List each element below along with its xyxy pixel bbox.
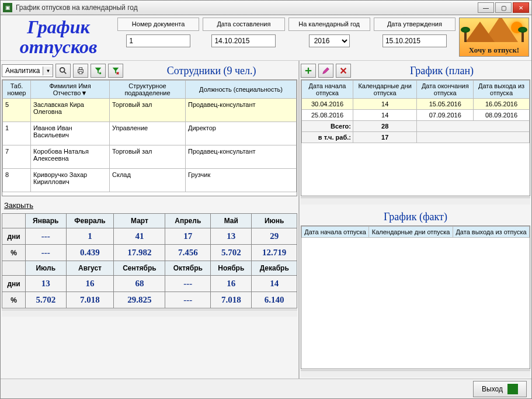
table-row[interactable]: 1 Иванов Иван Васильевич Управление Дире… (3, 122, 297, 145)
maximize-button[interactable]: ▢ (495, 2, 512, 13)
filter-clear-button[interactable] (108, 64, 123, 78)
add-button[interactable] (301, 64, 316, 78)
horizontal-scrollbar[interactable] (2, 310, 297, 317)
calendar-year-select[interactable]: 2016 (309, 34, 350, 47)
col-dept[interactable]: Структурное подразделение (110, 81, 186, 99)
col-plan-end[interactable]: Дата окончания отпуска (417, 81, 474, 99)
col-fio[interactable]: Фимилия Имя Отчество▼ (31, 81, 110, 99)
close-link[interactable]: Закрыть (4, 201, 297, 210)
plus-icon (304, 67, 312, 75)
date-approved-label: Дата утверждения (374, 18, 455, 31)
pyramid-icon (465, 22, 495, 42)
print-icon (77, 67, 85, 75)
col-position[interactable]: Должность (специальность) (186, 81, 297, 99)
doc-number-input[interactable] (126, 34, 190, 47)
summary-row: в т.ч. раб.: 17 (302, 132, 530, 143)
header-band: График отпусков Номер документа Дата сос… (1, 15, 531, 61)
minimize-button[interactable]: — (478, 2, 494, 13)
chevron-down-icon: ▼ (43, 67, 53, 75)
col-fact-days[interactable]: Календарные дни отпуска (369, 227, 453, 238)
exit-button[interactable]: Выход (473, 381, 527, 397)
delete-button[interactable] (336, 64, 351, 78)
palm-icon (521, 30, 524, 42)
svg-rect-3 (79, 68, 82, 70)
doc-number-label: Номер документа (117, 18, 199, 31)
print-button[interactable] (73, 64, 88, 78)
sort-desc-icon: ▼ (81, 89, 87, 96)
promo-text: Хочу в отпуск! (460, 46, 528, 55)
month-stats-table: Январь Февраль Март Апрель Май Июнь дни … (2, 213, 297, 308)
table-row[interactable]: 5 Заславская Кира Олеговна Торговый зал … (3, 99, 297, 122)
employees-grid[interactable]: Таб. номер Фимилия Имя Отчество▼ Структу… (2, 79, 297, 196)
edit-button[interactable] (318, 64, 333, 78)
employees-title: Сотрудники (9 чел.) (126, 65, 297, 77)
svg-line-1 (64, 72, 67, 74)
close-window-button[interactable]: ✕ (513, 2, 529, 13)
search-button[interactable] (55, 64, 71, 78)
col-fact-exit[interactable]: Дата выхода из отпуска (453, 227, 529, 238)
analytics-label: Аналитика (2, 65, 43, 77)
plan-grid[interactable]: Дата начала отпуска Календарные дни отпу… (301, 79, 530, 196)
filter-clear-icon (112, 67, 120, 75)
col-tab-number[interactable]: Таб. номер (3, 81, 31, 99)
window-titlebar: ▣ График отпусков на календарный год — ▢… (0, 0, 532, 15)
col-fact-start[interactable]: Дата начала отпуска (302, 227, 369, 238)
col-plan-start[interactable]: Дата начала отпуска (302, 81, 353, 99)
fact-title: График (факт) (301, 211, 530, 223)
date-created-input[interactable] (211, 34, 276, 47)
filter-add-button[interactable] (91, 64, 106, 78)
employees-pane: Аналитика ▼ Сотрудники (9 чел.) Таб. ном… (1, 61, 300, 379)
col-plan-exit[interactable]: Дата выхода из отпуска (474, 81, 530, 99)
table-row[interactable]: 30.04.2016 14 15.05.2016 16.05.2016 (302, 99, 530, 110)
horizontal-scrollbar[interactable] (301, 370, 530, 377)
search-icon (59, 67, 67, 75)
plan-title: График (план) (353, 65, 530, 77)
window-title: График отпусков на календарный год (16, 4, 478, 12)
palm-icon (464, 30, 467, 42)
svg-rect-4 (79, 72, 82, 74)
col-plan-days[interactable]: Календарные дни отпуска (353, 81, 416, 99)
exit-icon (507, 384, 518, 394)
calendar-year-label: На календарный год (288, 18, 370, 31)
x-icon (339, 67, 347, 75)
table-row[interactable]: 25.08.2016 14 07.09.2016 08.09.2016 (302, 110, 530, 121)
analytics-dropdown[interactable]: Аналитика ▼ (2, 64, 53, 77)
filter-add-icon (94, 67, 102, 75)
footer-bar: Выход (1, 379, 531, 398)
app-icon: ▣ (3, 3, 12, 12)
page-logo-title: График отпусков (3, 18, 114, 57)
summary-row: Всего: 28 (302, 121, 530, 132)
exit-label: Выход (482, 385, 503, 393)
promo-image: Хочу в отпуск! (459, 18, 529, 57)
fact-grid[interactable]: Дата начала отпуска Календарные дни отпу… (301, 225, 530, 369)
pencil-icon (322, 67, 330, 75)
table-row[interactable]: 7 Коробова Наталья Алексеевна Торговый з… (3, 145, 297, 169)
date-approved-input[interactable] (383, 34, 447, 47)
table-row[interactable]: 8 Криворучко Захар Кириллович Склад Груз… (3, 169, 297, 192)
horizontal-scrollbar[interactable] (301, 197, 530, 204)
date-created-label: Дата составления (203, 18, 284, 31)
svg-point-0 (60, 68, 65, 72)
